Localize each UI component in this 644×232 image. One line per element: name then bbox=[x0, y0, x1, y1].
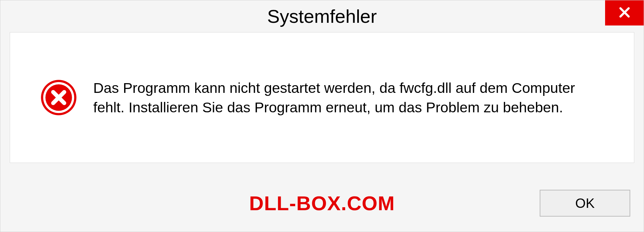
titlebar: Systemfehler bbox=[0, 0, 644, 32]
error-dialog: Systemfehler Das Programm kann nicht ges… bbox=[0, 0, 644, 232]
dialog-title: Systemfehler bbox=[267, 5, 377, 27]
ok-button[interactable]: OK bbox=[540, 190, 630, 217]
close-button[interactable] bbox=[605, 0, 644, 25]
dialog-footer: DLL-BOX.COM OK bbox=[0, 186, 644, 220]
content-panel: Das Programm kann nicht gestartet werden… bbox=[10, 32, 634, 163]
error-icon bbox=[40, 79, 77, 116]
watermark-text: DLL-BOX.COM bbox=[249, 192, 395, 215]
error-message: Das Programm kann nicht gestartet werden… bbox=[93, 78, 596, 117]
close-icon bbox=[618, 5, 632, 21]
